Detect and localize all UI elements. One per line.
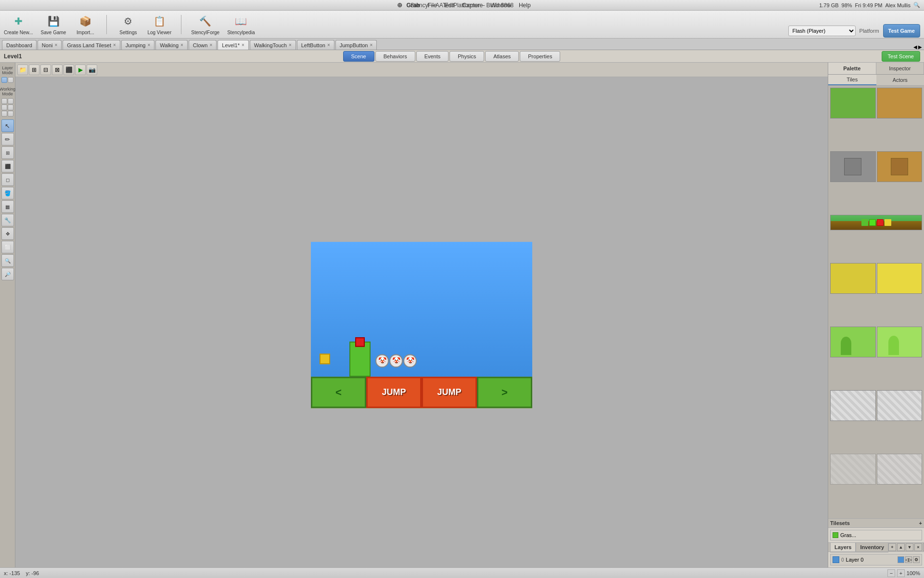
tool-grid[interactable]: ⊞ (1, 146, 14, 159)
tile-yellow-1[interactable] (830, 263, 876, 294)
tile-arch-1[interactable] (830, 327, 876, 357)
scroll-right-icon[interactable]: ▶ (918, 44, 922, 50)
test-scene-button[interactable]: Test Scene (882, 51, 920, 62)
tool-pencil[interactable]: ✏ (1, 133, 14, 145)
scroll-left-icon[interactable]: ◀ (913, 44, 917, 50)
tool-paint[interactable]: 🪣 (1, 187, 14, 199)
tab-walkingtouch-close[interactable]: × (289, 42, 292, 48)
wm-btn-3[interactable] (1, 105, 7, 110)
layer-up-icon[interactable]: ▲ (897, 543, 905, 551)
scene-tab-physics[interactable]: Physics (449, 51, 484, 62)
scene-tab-atlases[interactable]: Atlases (485, 51, 519, 62)
layers-tab[interactable]: Layers (830, 542, 856, 552)
layer-mode-btn-1[interactable] (1, 77, 7, 83)
tile-green-1[interactable] (830, 88, 876, 118)
import-button[interactable]: 📦 Import... (74, 13, 97, 35)
layer-down-icon[interactable]: ▼ (906, 543, 913, 551)
stencylpedia-button[interactable]: 📖 Stencylpedia (227, 13, 255, 35)
ctb-camera-icon[interactable]: 📷 (87, 65, 97, 75)
wm-btn-2[interactable] (8, 98, 13, 104)
tab-walkingtouch[interactable]: WalkingTouch × (250, 40, 296, 50)
tab-clown-close[interactable]: × (209, 42, 212, 48)
jump-button-2[interactable]: JUMP (422, 377, 477, 408)
ctb-grid-icon[interactable]: ⊞ (29, 65, 39, 75)
jump-button-1[interactable]: JUMP (366, 377, 422, 408)
tab-leftbutton[interactable]: LeftButton × (297, 40, 334, 50)
actors-tab[interactable]: Actors (876, 75, 924, 85)
tab-noni-close[interactable]: × (54, 42, 57, 48)
tile-gray-platform[interactable] (830, 151, 876, 182)
canvas-area[interactable]: 📁 ⊞ ⊟ ⊠ ⬛ ▶ 📷 🤡 (15, 63, 828, 567)
tab-leftbutton-close[interactable]: × (327, 42, 330, 48)
tile-brown-1[interactable] (877, 88, 923, 118)
test-game-button[interactable]: Test Game (883, 24, 920, 38)
inventory-tab[interactable]: Inventory (856, 542, 888, 552)
wm-btn-5[interactable] (1, 111, 7, 117)
tool-shape[interactable]: ⬜ (1, 241, 14, 253)
tool-picker[interactable]: 🔧 (1, 214, 14, 226)
tool-move[interactable]: ✥ (1, 227, 14, 240)
tab-grass-land-tileset-close[interactable]: × (113, 42, 116, 48)
wm-btn-1[interactable] (1, 98, 7, 104)
tool-stamp[interactable]: ⬛ (1, 160, 14, 172)
tab-jumpbutton[interactable]: JumpButton × (335, 40, 377, 50)
create-new-button[interactable]: ✚ Create New... (4, 13, 33, 35)
tab-grass-land-tileset[interactable]: Grass Land Tileset × (63, 40, 120, 50)
wm-btn-4[interactable] (8, 105, 13, 110)
tileset-grass[interactable]: Gras... (830, 530, 922, 540)
tool-fill[interactable]: ▦ (1, 200, 14, 213)
left-button[interactable]: < (311, 377, 366, 408)
tab-noni[interactable]: Noni × (38, 40, 62, 50)
scene-tab-scene[interactable]: Scene (343, 51, 374, 62)
layer-0-visibility-icon[interactable] (898, 556, 904, 563)
layer-0-item[interactable]: 0 Layer 0 ◁▷ ⚙ (830, 554, 922, 565)
tile-brown-2[interactable] (877, 151, 923, 182)
log-viewer-button[interactable]: 📋 Log Viewer (147, 13, 171, 35)
ctb-play-icon[interactable]: ▶ (75, 65, 86, 75)
layer-add-icon[interactable]: + (888, 543, 896, 551)
tab-walking-close[interactable]: × (180, 42, 183, 48)
tab-jumping[interactable]: Jumping × (121, 40, 154, 50)
ctb-stop-icon[interactable]: ⬛ (64, 65, 74, 75)
ctb-grid2-icon[interactable]: ⊟ (40, 65, 51, 75)
layer-delete-icon[interactable]: × (914, 543, 922, 551)
tile-checker-1[interactable] (830, 390, 876, 421)
scene-tab-behaviors[interactable]: Behaviors (375, 51, 415, 62)
tile-checker-2[interactable] (877, 390, 923, 421)
tab-level1-close[interactable]: × (242, 42, 244, 48)
stencylforge-button[interactable]: 🔨 StencylForge (191, 13, 219, 35)
tab-walking[interactable]: Walking × (155, 40, 188, 50)
tool-erase[interactable]: ◻ (1, 173, 14, 186)
tile-yellow-2[interactable] (877, 263, 923, 294)
tab-jumpbutton-close[interactable]: × (370, 42, 372, 48)
search-icon[interactable]: 🔍 (913, 2, 920, 8)
scene-tab-properties[interactable]: Properties (520, 51, 560, 62)
inspector-tab[interactable]: Inspector (876, 63, 924, 74)
tile-grass-row[interactable] (830, 215, 922, 230)
menu-help[interactable]: Help (519, 2, 531, 9)
save-game-button[interactable]: 💾 Save Game (41, 13, 66, 35)
right-button[interactable]: > (477, 377, 532, 408)
tilesets-add-icon[interactable]: + (919, 520, 922, 526)
tile-arch-2[interactable] (877, 327, 923, 357)
settings-button[interactable]: ⚙ Settings (116, 13, 140, 35)
tiles-tab[interactable]: Tiles (828, 75, 876, 85)
layer-mode-btn-2[interactable] (8, 77, 13, 83)
tool-zoom-in[interactable]: 🔍 (1, 254, 14, 267)
tile-checker-3[interactable] (830, 454, 876, 485)
ctb-folder-icon[interactable]: 📁 (17, 65, 28, 75)
tab-dashboard[interactable]: Dashboard (2, 40, 37, 50)
wm-btn-6[interactable] (8, 111, 13, 117)
zoom-minus-btn[interactable]: − (887, 569, 895, 577)
tab-jumping-close[interactable]: × (147, 42, 150, 48)
zoom-plus-btn[interactable]: + (897, 569, 905, 577)
tool-zoom-out[interactable]: 🔎 (1, 268, 14, 280)
tab-level1[interactable]: Level1* × (218, 40, 249, 50)
tool-cursor[interactable]: ↖ (1, 119, 14, 132)
platform-select[interactable]: Flash (Player) (788, 26, 856, 36)
tab-clown[interactable]: Clown × (189, 40, 217, 50)
scene-tab-events[interactable]: Events (416, 51, 449, 62)
layer-0-settings-icon[interactable]: ⚙ (913, 556, 920, 563)
layer-0-lock-icon[interactable]: ◁▷ (905, 556, 912, 563)
ctb-grid3-icon[interactable]: ⊠ (52, 65, 63, 75)
